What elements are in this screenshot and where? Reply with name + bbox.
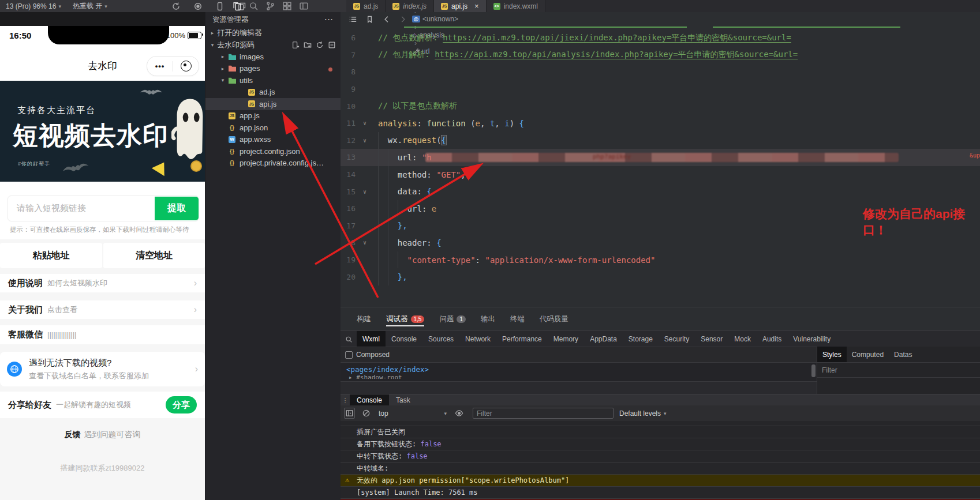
console-log-row[interactable]: ⚠无效的 app.json permission["scope.writePho… [341,475,980,487]
code-area[interactable]: 6// 包点数解析: https://api.mz9.top/api/jiexi… [341,26,980,307]
explorer-item-images[interactable]: ▸images [205,51,341,63]
styles-tab-styles[interactable]: Styles [817,347,847,362]
styles-tab-computed[interactable]: Computed [847,347,889,362]
panel-tab-代码质量[interactable]: 代码质量 [540,307,568,330]
code-line-20[interactable]: 20 }, [341,268,980,285]
scrollbar-thumb[interactable] [811,364,816,377]
back-icon[interactable] [382,15,391,24]
kebab-menu-icon[interactable]: ⋮ [341,397,350,404]
devtools-tab-appdata[interactable]: AppData [584,331,623,347]
bookmark-icon[interactable] [365,15,374,24]
devtools-tab-console[interactable]: Console [386,331,422,347]
styles-filter-input[interactable]: Filter [817,362,980,378]
layout-icon[interactable] [299,1,309,11]
expand-arrow-icon[interactable]: ▸ [209,30,216,36]
files-icon[interactable] [232,1,242,11]
explorer-item-project.config.json[interactable]: {}project.config.json [205,145,341,157]
editor-tab-index.js[interactable]: JSindex.js [386,0,434,12]
devtools-tab-audits[interactable]: Audits [757,331,787,347]
console-log-row[interactable]: 备用下载按钮状态: false [341,438,980,450]
panel-tab-终端[interactable]: 终端 [510,307,525,330]
wxml-tree[interactable]: <pages/index/index> ▸ #shadow-root [341,362,817,382]
device-selector[interactable]: 13 (Pro) 96% 16 ▾ [0,0,67,12]
sidebar-toggle-icon[interactable] [344,408,355,419]
close-icon[interactable]: × [474,2,479,10]
expand-arrow-icon[interactable]: ▾ [209,42,216,48]
devtools-tab-mock[interactable]: Mock [728,331,757,347]
code-line-15[interactable]: 15∨ data: { [341,183,980,200]
live-expression-eye-icon[interactable] [455,409,463,418]
wxml-shadow-root-node[interactable]: ▸ #shadow-root [341,374,817,379]
exit-target-icon[interactable] [173,61,199,72]
new-file-icon[interactable] [291,41,300,49]
devtools-tab-security[interactable]: Security [659,331,695,347]
console-tab-task[interactable]: Task [389,394,417,406]
explorer-section-去水印源码[interactable]: ▾去水印源码 [205,39,341,51]
code-line-19[interactable]: 19 "content-type": "application/x-www-fo… [341,251,980,269]
more-menu-icon[interactable]: ••• [147,62,173,70]
explorer-item-app.json[interactable]: {}app.json [205,122,341,134]
share-button[interactable]: 分享 [166,396,197,413]
console-log-row[interactable]: [system] Launch Time: 7561 ms [341,487,980,499]
devtools-tab-wxml[interactable]: Wxml [357,331,386,347]
editor-tab-ad.js[interactable]: JSad.js [346,0,386,12]
console-filter-input[interactable]: Filter [473,408,614,419]
git-branch-icon[interactable] [265,1,275,11]
more-actions-icon[interactable]: ··· [325,16,334,24]
devtools-tab-memory[interactable]: Memory [548,331,584,347]
explorer-section-打开的编辑器[interactable]: ▸打开的编辑器 [205,27,341,39]
panel-tab-问题[interactable]: 问题1 [439,307,466,330]
search-icon[interactable] [249,1,259,11]
code-line-10[interactable]: 10// 以下是包点数解析 [341,97,980,115]
clear-address-button[interactable]: 清空地址 [103,243,205,268]
clear-console-icon[interactable] [362,409,371,418]
code-line-7[interactable]: 7// 包月解析: https://api.mz9.top/api/analys… [341,47,980,64]
code-line-12[interactable]: 12∨ wx.request({ [341,132,980,149]
video-link-input[interactable]: 请输入短视频链接 提取 [8,196,199,221]
explorer-item-app.wxss[interactable]: Wapp.wxss [205,134,341,146]
support-wechat-row[interactable]: 客服微信 ||||||||||||||| [0,325,205,344]
download-help-card[interactable]: 遇到无法下载的视频? 查看下载域名白名单，联系客服添加 › [0,352,205,386]
expand-arrow-icon[interactable]: ▸ [219,66,226,72]
explorer-item-ad.js[interactable]: JSad.js [205,87,341,99]
editor-tab-api.js[interactable]: JSapi.js× [434,0,487,12]
fold-arrow-icon[interactable]: ∨ [359,137,371,144]
fold-arrow-icon[interactable]: ∨ [359,120,371,126]
forward-icon[interactable] [399,15,407,24]
devtools-tab-vulnerability[interactable]: Vulnerability [787,331,836,347]
console-log-row[interactable]: 中转域名: [341,463,980,475]
devtools-tab-sensor[interactable]: Sensor [695,331,728,347]
devtools-tab-sources[interactable]: Sources [422,331,459,347]
code-line-9[interactable]: 9 [341,81,980,98]
new-folder-icon[interactable] [304,41,312,49]
wxml-root-node[interactable]: <pages/index/index> [341,363,817,374]
devtools-tab-performance[interactable]: Performance [496,331,548,347]
expand-arrow-icon[interactable]: ▾ [219,77,226,83]
console-tab-console[interactable]: Console [350,394,389,406]
log-levels-dropdown[interactable]: Default levels ▾ [619,409,667,418]
console-log-list[interactable]: 插屏广告已关闭备用下载按钮状态: false中转下载状态: false中转域名:… [341,421,980,500]
code-line-14[interactable]: 14 method: "GET", [341,166,980,183]
composed-checkbox[interactable] [345,351,353,359]
paste-address-button[interactable]: 粘贴地址 [0,243,102,268]
record-icon[interactable] [193,2,203,11]
console-log-row[interactable] [341,421,980,426]
panel-tab-输出[interactable]: 输出 [481,307,495,330]
inspect-element-icon[interactable] [341,336,357,343]
explorer-item-app.js[interactable]: JSapp.js [205,110,341,122]
explorer-item-utils[interactable]: ▾utils [205,74,341,87]
styles-tab-datas[interactable]: Datas [889,347,917,362]
context-dropdown[interactable]: top ▾ [379,409,447,418]
compile-refresh-icon[interactable] [171,2,181,11]
fold-arrow-icon[interactable]: ∨ [359,239,371,246]
panel-tab-调试器[interactable]: 调试器1,5 [386,307,424,330]
editor-tab-index.wxml[interactable]: <>index.wxml [487,0,545,12]
simulator-toggle-icon[interactable] [215,2,225,11]
extract-button[interactable]: 提取 [155,197,199,220]
devtools-tab-network[interactable]: Network [459,331,496,347]
explorer-item-project.private.config.js…[interactable]: {}project.private.config.js… [205,157,341,170]
code-line-8[interactable]: 8 [341,63,980,81]
feedback-row[interactable]: 反馈遇到问题可咨询 [0,430,205,440]
console-log-row[interactable]: 中转下载状态: false [341,450,980,463]
breadcrumb-item-unknown[interactable]: @<unknown> [412,15,458,23]
